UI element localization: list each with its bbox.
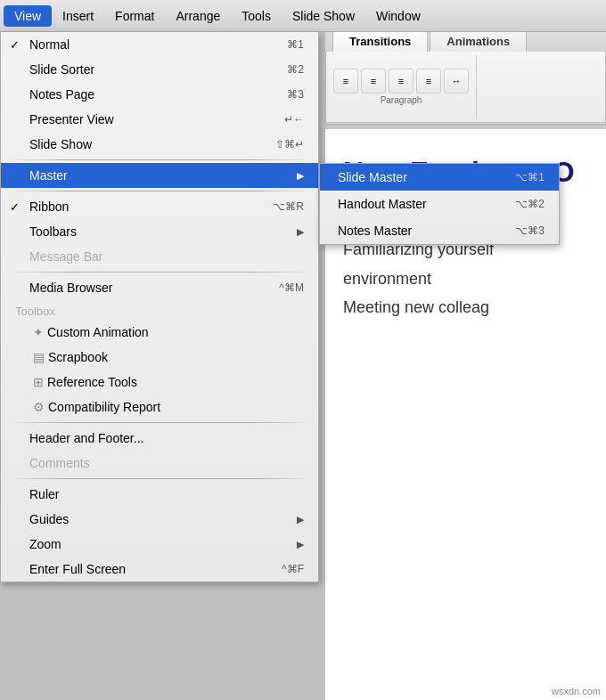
guides-label: Guides bbox=[29, 512, 69, 526]
menu-item-ribbon[interactable]: Ribbon ⌥⌘R bbox=[1, 194, 318, 219]
menu-item-master[interactable]: Master ▶ bbox=[1, 163, 318, 188]
menu-format[interactable]: Format bbox=[104, 5, 165, 27]
handout-master-label: Handout Master bbox=[338, 197, 427, 211]
media-browser-label: Media Browser bbox=[29, 281, 112, 295]
tab-transitions[interactable]: Transitions bbox=[332, 30, 428, 52]
normal-label: Normal bbox=[29, 37, 70, 52]
slide-master-label: Slide Master bbox=[338, 170, 407, 184]
menu-item-slide-show[interactable]: Slide Show ⇧⌘↵ bbox=[1, 132, 318, 157]
menu-item-custom-animation[interactable]: Custom Animation bbox=[1, 320, 318, 345]
scrapbook-label: Scrapbook bbox=[48, 350, 108, 364]
notes-page-shortcut: ⌘3 bbox=[287, 88, 304, 101]
reference-tools-item: Reference Tools bbox=[33, 375, 137, 389]
zoom-arrow: ▶ bbox=[297, 539, 304, 550]
full-screen-label: Enter Full Screen bbox=[29, 562, 126, 576]
slide-master-shortcut: ⌥⌘1 bbox=[515, 171, 545, 183]
ribbon-content: ≡ ≡ ≡ ≡ ↔ Paragraph bbox=[325, 52, 606, 123]
slide-sorter-label: Slide Sorter bbox=[29, 62, 94, 77]
compat-report-item: Compatibility Report bbox=[33, 400, 160, 414]
slide-show-label: Slide Show bbox=[29, 137, 92, 151]
ribbon-btn-1[interactable]: ≡ bbox=[333, 69, 358, 94]
ribbon-group-label: Paragraph bbox=[381, 95, 422, 105]
menu-item-compat-report[interactable]: Compatibility Report bbox=[1, 395, 318, 419]
toolbars-arrow: ▶ bbox=[297, 226, 304, 238]
ribbon-btn-4[interactable]: ≡ bbox=[416, 69, 441, 94]
message-bar-label: Message Bar bbox=[29, 249, 102, 264]
slide-sorter-shortcut: ⌘2 bbox=[287, 63, 304, 76]
menu-item-ruler[interactable]: Ruler bbox=[1, 482, 318, 507]
menu-item-toolbars[interactable]: Toolbars ▶ bbox=[1, 219, 318, 244]
handout-master-shortcut: ⌥⌘2 bbox=[515, 198, 545, 210]
menu-item-notes-page[interactable]: Notes Page ⌘3 bbox=[1, 82, 318, 107]
separator-1 bbox=[8, 159, 311, 160]
comments-label: Comments bbox=[29, 456, 90, 470]
slide-show-shortcut: ⇧⌘↵ bbox=[275, 138, 304, 151]
tab-animations[interactable]: Animations bbox=[430, 30, 527, 52]
menu-window[interactable]: Window bbox=[365, 5, 431, 27]
presenter-view-label: Presenter View bbox=[29, 112, 114, 126]
zoom-label: Zoom bbox=[29, 537, 61, 551]
menu-item-header-footer[interactable]: Header and Footer... bbox=[1, 426, 318, 451]
toolbars-label: Toolbars bbox=[29, 224, 77, 239]
view-dropdown: Normal ⌘1 Slide Sorter ⌘2 Notes Page ⌘3 … bbox=[0, 32, 319, 582]
bullet-3: environment bbox=[343, 265, 588, 293]
notes-page-label: Notes Page bbox=[29, 87, 94, 102]
separator-4 bbox=[8, 422, 311, 423]
header-footer-label: Header and Footer... bbox=[29, 431, 143, 445]
menu-item-guides[interactable]: Guides ▶ bbox=[1, 507, 318, 532]
menu-item-normal[interactable]: Normal ⌘1 bbox=[1, 32, 318, 57]
media-browser-shortcut: ^⌘M bbox=[279, 281, 304, 294]
ruler-label: Ruler bbox=[29, 487, 59, 501]
scrapbook-item: Scrapbook bbox=[33, 350, 108, 364]
compat-icon bbox=[33, 400, 48, 414]
ribbon-btn-3[interactable]: ≡ bbox=[389, 69, 414, 94]
menu-tools[interactable]: Tools bbox=[231, 5, 282, 27]
custom-animation-item: Custom Animation bbox=[33, 325, 149, 339]
menu-item-scrapbook[interactable]: Scrapbook bbox=[1, 345, 318, 370]
presenter-view-shortcut: ↵← bbox=[284, 113, 304, 126]
menu-insert[interactable]: Insert bbox=[52, 5, 104, 27]
custom-animation-label: Custom Animation bbox=[47, 325, 149, 339]
menu-slideshow[interactable]: Slide Show bbox=[282, 5, 365, 27]
compat-report-label: Compatibility Report bbox=[48, 400, 160, 414]
ribbon-paragraph-group: ≡ ≡ ≡ ≡ ↔ Paragraph bbox=[333, 55, 477, 118]
menu-item-media-browser[interactable]: Media Browser ^⌘M bbox=[1, 275, 318, 300]
separator-2 bbox=[8, 191, 311, 191]
ref-icon bbox=[33, 375, 47, 389]
toolbox-section-label: Toolbox bbox=[1, 300, 318, 320]
watermark: wsxdn.com bbox=[552, 686, 601, 696]
ribbon-btn-5[interactable]: ↔ bbox=[444, 69, 469, 94]
notes-master-shortcut: ⌥⌘3 bbox=[515, 224, 545, 237]
scrapbook-icon bbox=[33, 350, 48, 364]
master-submenu: Slide Master ⌥⌘1 Handout Master ⌥⌘2 Note… bbox=[319, 163, 560, 245]
menu-item-zoom[interactable]: Zoom ▶ bbox=[1, 532, 318, 557]
menu-item-reference-tools[interactable]: Reference Tools bbox=[1, 370, 318, 395]
menu-bar: View Insert Format Arrange Tools Slide S… bbox=[0, 0, 606, 32]
star-icon bbox=[33, 325, 47, 339]
ribbon-label: Ribbon bbox=[29, 199, 69, 214]
bullet-4: Meeting new colleag bbox=[343, 293, 588, 322]
reference-tools-label: Reference Tools bbox=[47, 375, 137, 389]
menu-item-presenter-view[interactable]: Presenter View ↵← bbox=[1, 107, 318, 132]
notes-master-label: Notes Master bbox=[338, 224, 412, 238]
menu-item-slide-sorter[interactable]: Slide Sorter ⌘2 bbox=[1, 57, 318, 82]
ribbon-shortcut: ⌥⌘R bbox=[273, 200, 304, 213]
master-label: Master bbox=[29, 168, 68, 183]
ribbon-buttons: ≡ ≡ ≡ ≡ ↔ bbox=[333, 69, 469, 94]
ribbon-btn-2[interactable]: ≡ bbox=[361, 69, 386, 94]
separator-5 bbox=[8, 478, 311, 479]
submenu-item-handout-master[interactable]: Handout Master ⌥⌘2 bbox=[320, 191, 559, 217]
menu-item-comments: Comments bbox=[1, 451, 318, 476]
submenu-item-slide-master[interactable]: Slide Master ⌥⌘1 bbox=[320, 164, 559, 191]
menu-item-message-bar: Message Bar bbox=[1, 244, 318, 269]
guides-arrow: ▶ bbox=[297, 514, 304, 525]
menu-arrange[interactable]: Arrange bbox=[165, 5, 231, 27]
normal-shortcut: ⌘1 bbox=[287, 38, 304, 51]
master-arrow: ▶ bbox=[297, 170, 304, 182]
menu-view[interactable]: View bbox=[4, 5, 52, 27]
menu-item-full-screen[interactable]: Enter Full Screen ^⌘F bbox=[1, 557, 318, 582]
full-screen-shortcut: ^⌘F bbox=[282, 563, 304, 575]
separator-3 bbox=[8, 272, 311, 273]
submenu-item-notes-master[interactable]: Notes Master ⌥⌘3 bbox=[320, 217, 559, 244]
